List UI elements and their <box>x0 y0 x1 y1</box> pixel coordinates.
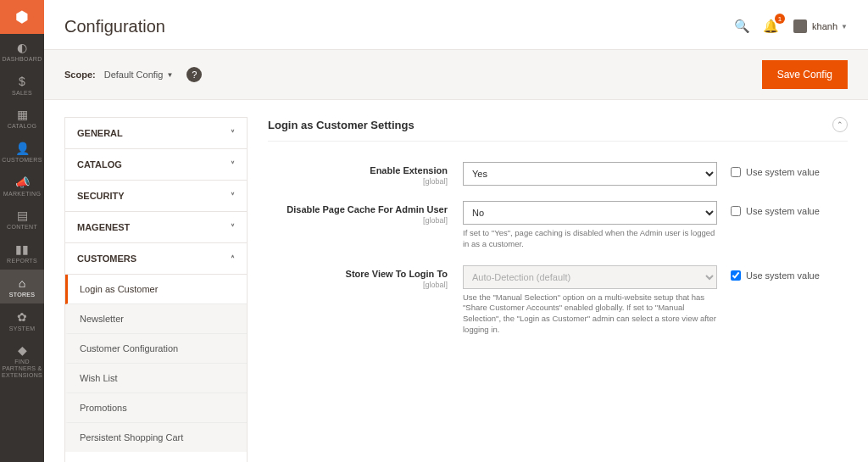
main-area: Configuration 🔍 🔔 1 khanh ▼ Scope: Defau… <box>44 0 868 462</box>
settings-form: Enable Extension [global] Yes Use system… <box>268 142 848 336</box>
rail-item-system[interactable]: ✿SYSTEM <box>0 303 44 337</box>
rail-item-marketing[interactable]: 📣MARKETING <box>0 169 44 203</box>
accordion-section-label: CUSTOMERS <box>77 253 136 264</box>
accordion-item-persistent-shopping-cart[interactable]: Persistent Shopping Cart <box>65 423 247 452</box>
rail-item-sales[interactable]: $SALES <box>0 68 44 102</box>
field-scope: [global] <box>268 281 448 289</box>
find-partners-extensions-icon: ◆ <box>0 343 44 357</box>
rail-item-label: REPORTS <box>0 258 44 264</box>
chevron-up-icon: ˄ <box>231 254 235 264</box>
panel-header: Login as Customer Settings ⌃ <box>268 117 848 142</box>
system-icon: ✿ <box>0 310 44 324</box>
accordion-section-label: SECURITY <box>77 191 125 201</box>
accordion-section-customers[interactable]: CUSTOMERS˄ <box>65 243 247 275</box>
accordion-item-promotions[interactable]: Promotions <box>65 393 247 423</box>
chevron-down-icon: ˅ <box>231 129 235 138</box>
accordion-item-wish-list[interactable]: Wish List <box>65 364 247 393</box>
magento-logo[interactable]: ⬢ <box>0 0 44 34</box>
store-view-select: Auto-Detection (default) <box>463 265 717 289</box>
chevron-down-icon: ˅ <box>231 192 235 201</box>
sales-icon: $ <box>0 75 44 88</box>
collapse-icon[interactable]: ⌃ <box>832 117 848 132</box>
row-enable-extension: Enable Extension [global] Yes Use system… <box>268 162 848 186</box>
enable-extension-select[interactable]: Yes <box>463 162 717 186</box>
field-note: If set to "Yes", page caching is disable… <box>463 228 717 250</box>
dashboard-icon: ◐ <box>0 41 44 54</box>
rail-item-label: DASHBOARD <box>0 56 44 63</box>
rail-item-customers[interactable]: 👤CUSTOMERS <box>0 135 44 169</box>
scope-label: Scope: <box>64 70 96 80</box>
notification-badge: 1 <box>775 14 785 24</box>
field-scope: [global] <box>268 177 448 186</box>
rail-item-label: FIND PARTNERS & EXTENSIONS <box>0 359 44 378</box>
notifications-icon[interactable]: 🔔 1 <box>760 15 782 37</box>
accordion-section-security[interactable]: SECURITY˅ <box>65 181 247 212</box>
field-note: Use the "Manual Selection" option on a m… <box>463 292 717 336</box>
content-icon: ▤ <box>0 209 44 222</box>
accordion-section-magenest[interactable]: MAGENEST˅ <box>65 212 247 243</box>
rail-item-find-partners-extensions[interactable]: ◆FIND PARTNERS & EXTENSIONS <box>0 337 44 383</box>
accordion-subsection: Login as CustomerNewsletterCustomer Conf… <box>65 275 247 452</box>
rail-item-label: CUSTOMERS <box>0 157 44 164</box>
field-label: Store View To Login To <box>268 269 448 279</box>
accordion-section-label: GENERAL <box>77 128 123 138</box>
accordion-item-newsletter[interactable]: Newsletter <box>65 304 247 334</box>
rail-item-dashboard[interactable]: ◐DASHBOARD <box>0 34 44 68</box>
field-label: Disable Page Cache For Admin User <box>268 204 448 214</box>
user-menu[interactable]: khanh ▼ <box>793 19 848 33</box>
use-system-label: Use system value <box>746 206 820 216</box>
accordion-section-label: MAGENEST <box>77 222 130 232</box>
accordion-section-general[interactable]: GENERAL˅ <box>65 118 247 149</box>
accordion-item-customer-configuration[interactable]: Customer Configuration <box>65 334 247 364</box>
row-store-view: Store View To Login To [global] Auto-Det… <box>268 265 848 336</box>
stores-icon: ⌂ <box>0 276 44 290</box>
avatar-icon <box>793 19 807 33</box>
rail-item-label: SYSTEM <box>0 326 44 332</box>
chevron-down-icon: ▼ <box>841 23 848 31</box>
field-scope: [global] <box>268 216 448 225</box>
accordion-section-sales[interactable]: SALES˅ <box>65 452 247 462</box>
rail-item-label: CONTENT <box>0 224 44 231</box>
use-system-label: Use system value <box>746 270 820 281</box>
chevron-down-icon: ˅ <box>231 160 235 170</box>
scope-select[interactable]: Default Config ▼ <box>104 70 174 80</box>
rail-item-label: STORES <box>0 292 44 298</box>
rail-item-content[interactable]: ▤CONTENT <box>0 202 44 236</box>
search-icon[interactable]: 🔍 <box>731 15 753 37</box>
magento-logo-icon: ⬢ <box>15 8 29 26</box>
disable-cache-select[interactable]: No <box>463 201 717 225</box>
customers-icon: 👤 <box>0 142 44 155</box>
accordion-section-label: CATALOG <box>77 159 122 170</box>
accordion-item-login-as-customer[interactable]: Login as Customer <box>65 275 247 304</box>
scope-value: Default Config <box>104 70 164 80</box>
user-name: khanh <box>812 21 837 31</box>
help-icon[interactable]: ? <box>186 67 202 82</box>
panel-title: Login as Customer Settings <box>268 119 415 131</box>
accordion-section-catalog[interactable]: CATALOG˅ <box>65 149 247 181</box>
rail-item-label: SALES <box>0 90 44 97</box>
use-system-store-view[interactable] <box>731 270 741 281</box>
config-body: GENERAL˅CATALOG˅SECURITY˅MAGENEST˅CUSTOM… <box>44 100 868 462</box>
scope-bar: Scope: Default Config ▼ ? Save Config <box>44 50 868 100</box>
reports-icon: ▮▮ <box>0 242 44 256</box>
rail-item-label: CATALOG <box>0 123 44 130</box>
page-title: Configuration <box>64 17 165 36</box>
admin-rail: ⬢ ◐DASHBOARD$SALES▦CATALOG👤CUSTOMERS📣MAR… <box>0 0 44 462</box>
page-header: Configuration 🔍 🔔 1 khanh ▼ <box>44 0 868 50</box>
rail-item-stores[interactable]: ⌂STORES <box>0 270 44 303</box>
chevron-down-icon: ▼ <box>166 71 173 79</box>
use-system-enable-extension[interactable] <box>731 167 741 177</box>
settings-panel: Login as Customer Settings ⌃ Enable Exte… <box>268 117 848 462</box>
catalog-icon: ▦ <box>0 108 44 121</box>
use-system-disable-cache[interactable] <box>731 206 741 216</box>
rail-item-reports[interactable]: ▮▮REPORTS <box>0 236 44 270</box>
marketing-icon: 📣 <box>0 175 44 189</box>
row-disable-cache: Disable Page Cache For Admin User [globa… <box>268 201 848 250</box>
use-system-label: Use system value <box>746 167 820 177</box>
config-accordion: GENERAL˅CATALOG˅SECURITY˅MAGENEST˅CUSTOM… <box>64 117 248 462</box>
field-label: Enable Extension <box>268 165 448 175</box>
save-config-button[interactable]: Save Config <box>762 60 848 89</box>
rail-item-catalog[interactable]: ▦CATALOG <box>0 101 44 135</box>
rail-item-label: MARKETING <box>0 191 44 198</box>
chevron-down-icon: ˅ <box>231 223 235 232</box>
